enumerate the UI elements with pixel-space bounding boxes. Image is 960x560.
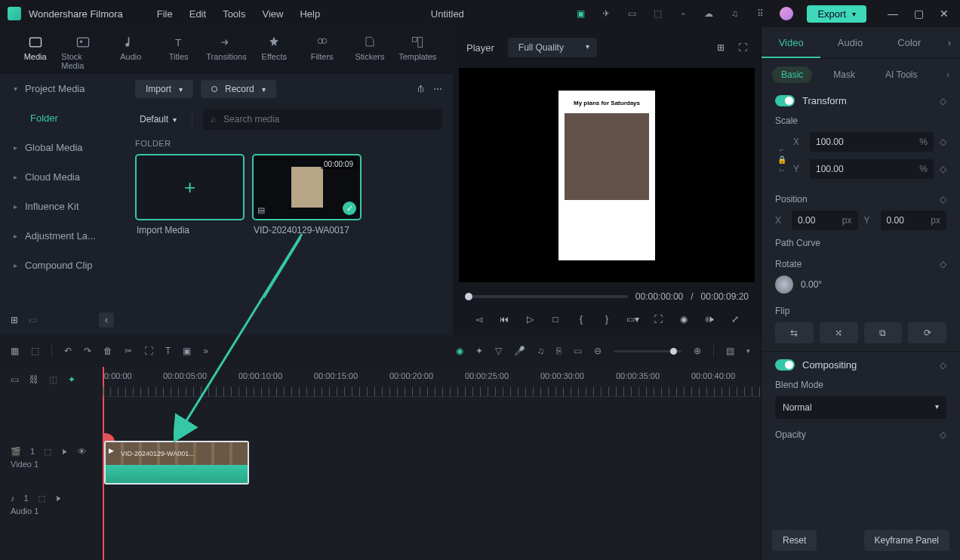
apps-icon[interactable]: ⠿ xyxy=(754,8,766,20)
snapshot-button[interactable]: ◉ xyxy=(678,314,690,325)
grid-view-icon[interactable]: ⊞ xyxy=(717,42,725,53)
track-mute-icon[interactable]: 🕨 xyxy=(60,447,69,457)
redo-button[interactable]: ↷ xyxy=(84,346,91,356)
subtab-ai-tools[interactable]: AI Tools xyxy=(876,66,926,83)
position-x-input[interactable]: 0.00px xyxy=(792,211,858,230)
cut-button[interactable]: ✂ xyxy=(125,346,132,356)
tab-transitions[interactable]: Transitions xyxy=(205,35,248,74)
track-magnet-icon[interactable]: ◫ xyxy=(49,374,57,389)
sidebar-item-influence-kit[interactable]: ▸Influence Kit xyxy=(0,192,125,221)
crop-button[interactable]: ⛶ xyxy=(144,346,153,356)
menu-help[interactable]: Help xyxy=(300,8,320,20)
zoom-in-icon[interactable]: ⊕ xyxy=(694,346,701,356)
keyframe-icon[interactable]: ◇ xyxy=(940,194,946,205)
sidebar-item-global-media[interactable]: ▸Global Media xyxy=(0,133,125,162)
sidebar-item-compound-clip[interactable]: ▸Compound Clip xyxy=(0,251,125,280)
keyframe-panel-button[interactable]: Keyframe Panel xyxy=(864,530,949,551)
compositing-toggle[interactable] xyxy=(775,359,795,371)
track-lock-icon[interactable]: ⬚ xyxy=(38,494,45,503)
tab-audio[interactable]: Audio xyxy=(109,35,152,74)
tab-templates[interactable]: Templates xyxy=(396,35,439,74)
ai-tool-icon[interactable]: ◉ xyxy=(456,346,463,356)
position-y-input[interactable]: 0.00px xyxy=(881,211,947,230)
effect-icon[interactable]: ✦ xyxy=(475,346,483,356)
export-button[interactable]: Export▾ xyxy=(807,5,866,23)
volume-button[interactable]: 🕪 xyxy=(703,314,715,325)
more-tabs-icon[interactable]: › xyxy=(939,27,960,58)
sort-select[interactable]: Default▾ xyxy=(135,112,181,127)
folder-icon[interactable]: ▭ xyxy=(29,315,37,325)
media-clip-card[interactable]: 00:00:09 ▤ ✓ VID-20240129-WA0017 xyxy=(252,154,362,240)
flip-copy-button[interactable]: ⧉ xyxy=(864,322,903,343)
search-input[interactable]: ⌕Search media xyxy=(203,109,442,130)
subtab-mask[interactable]: Mask xyxy=(824,66,864,83)
text-tool-icon[interactable]: T xyxy=(165,346,171,356)
track-sync-icon[interactable]: ▭ xyxy=(11,374,19,389)
tab-audio-props[interactable]: Audio xyxy=(820,27,879,58)
tab-color-props[interactable]: Color xyxy=(880,27,939,58)
more-icon[interactable]: ⋯ xyxy=(433,84,442,94)
import-media-card[interactable]: + Import Media xyxy=(135,154,245,240)
preview-area[interactable]: My plans for Saturdays xyxy=(459,68,755,282)
stop-button[interactable]: □ xyxy=(549,314,562,325)
menu-file[interactable]: File xyxy=(157,8,173,20)
rotate-input[interactable]: 0.00° xyxy=(801,279,946,290)
zoom-slider[interactable] xyxy=(614,350,682,352)
play-button[interactable]: ▷ xyxy=(524,314,536,325)
keyframe-icon[interactable]: ◇ xyxy=(940,164,946,174)
track-visible-icon[interactable]: 👁 xyxy=(78,447,86,457)
quality-select[interactable]: Full Quality▾ xyxy=(508,38,597,57)
link-icon[interactable]: ⎘ xyxy=(556,346,562,356)
keyframe-icon[interactable]: ◇ xyxy=(940,137,946,147)
picture-mode-icon[interactable]: ⛶ xyxy=(738,42,747,53)
subtab-more-icon[interactable]: › xyxy=(946,69,949,80)
new-folder-icon[interactable]: ⊞ xyxy=(11,315,18,325)
mark-in-button[interactable]: { xyxy=(575,314,587,325)
sidebar-item-cloud-media[interactable]: ▸Cloud Media xyxy=(0,162,125,192)
transform-toggle[interactable] xyxy=(775,95,795,106)
menu-tools[interactable]: Tools xyxy=(223,8,245,20)
pointer-tool-icon[interactable]: ▦ xyxy=(11,346,19,356)
minimize-button[interactable]: — xyxy=(885,8,901,20)
menu-view[interactable]: View xyxy=(262,8,283,20)
record-button[interactable]: Record▾ xyxy=(201,80,276,98)
close-button[interactable]: ✕ xyxy=(936,8,952,20)
voice-icon[interactable]: 🎤 xyxy=(514,346,525,356)
step-back-button[interactable]: ⏮ xyxy=(498,314,510,325)
tab-filters[interactable]: Filters xyxy=(300,35,343,74)
sidebar-item-adjustment-layer[interactable]: ▸Adjustment La... xyxy=(0,221,125,251)
gift-icon[interactable]: ▣ xyxy=(574,8,586,20)
menu-edit[interactable]: Edit xyxy=(189,8,206,20)
tab-titles[interactable]: TTitles xyxy=(157,35,200,74)
keyframe-icon[interactable]: ◇ xyxy=(940,429,946,440)
maximize-button[interactable]: ▢ xyxy=(910,8,927,20)
undo-button[interactable]: ↶ xyxy=(64,346,72,356)
track-mute-icon[interactable]: 🕨 xyxy=(54,494,63,503)
flip-horizontal-button[interactable]: ⇆ xyxy=(775,322,814,343)
tab-stickers[interactable]: Stickers xyxy=(348,35,391,74)
flip-reset-button[interactable]: ⟳ xyxy=(908,322,946,343)
timeline-settings-icon[interactable]: ▤ xyxy=(726,346,734,356)
timeline-ruler[interactable]: 0:00:00 00:00:05:00 00:00:10:00 00:00:15… xyxy=(103,367,761,397)
more-tools-icon[interactable]: » xyxy=(203,346,208,356)
keyframe-icon[interactable]: ◇ xyxy=(940,96,946,106)
select-tool-icon[interactable]: ⬚ xyxy=(31,346,39,356)
tab-video-props[interactable]: Video xyxy=(762,27,820,58)
tab-media[interactable]: Media xyxy=(14,35,57,74)
monitor-icon[interactable]: ⬚ xyxy=(651,8,663,20)
headphones-icon[interactable]: ♫ xyxy=(728,8,740,20)
marker-icon[interactable]: ▽ xyxy=(495,346,502,356)
render-icon[interactable]: ▭ xyxy=(574,346,582,356)
sidebar-item-project-media[interactable]: ▾Project Media xyxy=(0,74,125,103)
device-icon[interactable]: ▭ xyxy=(626,8,638,20)
mark-out-button[interactable]: } xyxy=(601,314,613,325)
scale-link-icon[interactable]: ⌐🔒⌙ xyxy=(775,146,789,174)
collapse-sidebar-button[interactable]: ‹ xyxy=(99,312,114,328)
timeline-clip[interactable]: ▶ VID-20240129-WA001... xyxy=(104,441,249,485)
track-link-icon[interactable]: ⛓ xyxy=(29,374,38,389)
scale-y-input[interactable]: 100.00% xyxy=(810,159,934,179)
tab-stock-media[interactable]: Stock Media xyxy=(61,35,104,74)
track-lock-icon[interactable]: ⬚ xyxy=(44,447,51,457)
cloud-icon[interactable]: ☁ xyxy=(703,8,715,20)
blend-mode-select[interactable]: Normal▾ xyxy=(775,396,946,419)
